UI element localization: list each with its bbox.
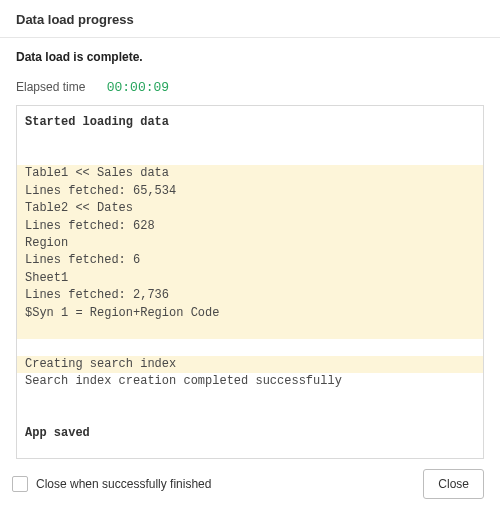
checkbox-icon[interactable]	[12, 476, 28, 492]
dialog-title: Data load progress	[16, 12, 484, 27]
checkbox-label: Close when successfully finished	[36, 477, 211, 491]
log-line: Search index creation completed successf…	[17, 373, 483, 390]
log-line: Lines fetched: 65,534	[17, 183, 483, 200]
elapsed-label: Elapsed time	[16, 80, 85, 94]
log-line: Region	[17, 235, 483, 252]
log-line	[17, 408, 483, 425]
dialog-content: Data load is complete. Elapsed time 00:0…	[0, 38, 500, 459]
log-line	[17, 391, 483, 408]
log-panel[interactable]: Started loading dataTable1 << Sales data…	[16, 105, 484, 459]
log-line: Lines fetched: 6	[17, 252, 483, 269]
log-line	[17, 148, 483, 165]
log-line: Sheet1	[17, 270, 483, 287]
log-line	[17, 442, 483, 459]
log-line: $Syn 1 = Region+Region Code	[17, 305, 483, 322]
close-button[interactable]: Close	[423, 469, 484, 499]
log-line: Started loading data	[17, 114, 483, 131]
elapsed-row: Elapsed time 00:00:09	[16, 80, 484, 95]
log-line: Lines fetched: 628	[17, 218, 483, 235]
log-line	[17, 322, 483, 339]
log-line: Table1 << Sales data	[17, 165, 483, 182]
log-line	[17, 106, 483, 114]
log-line	[17, 131, 483, 148]
close-when-finished-option[interactable]: Close when successfully finished	[12, 476, 211, 492]
status-message: Data load is complete.	[16, 50, 484, 64]
log-line	[17, 339, 483, 356]
log-line: Lines fetched: 2,736	[17, 287, 483, 304]
log-line: App saved	[17, 425, 483, 442]
dialog-header: Data load progress	[0, 0, 500, 38]
dialog-footer: Close when successfully finished Close	[0, 459, 500, 511]
log-line: Table2 << Dates	[17, 200, 483, 217]
log-lines: Started loading dataTable1 << Sales data…	[17, 106, 483, 459]
log-line: Creating search index	[17, 356, 483, 373]
elapsed-time: 00:00:09	[107, 80, 169, 95]
